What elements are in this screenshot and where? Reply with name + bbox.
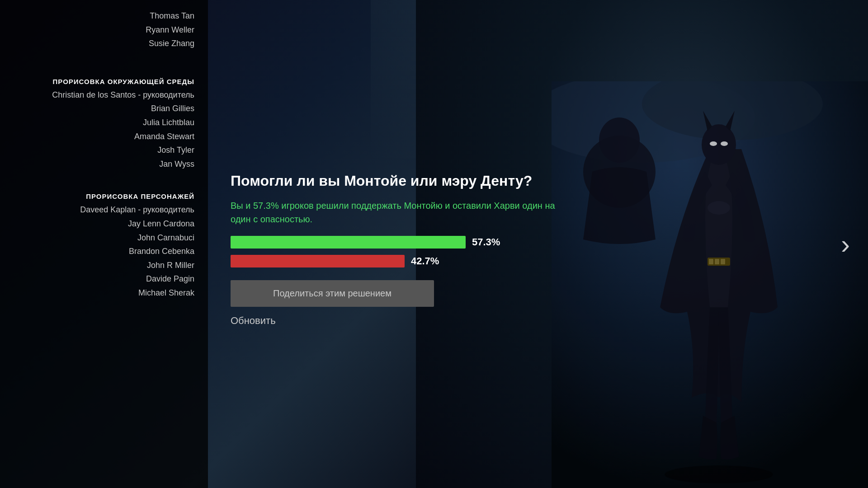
svg-point-5 xyxy=(702,124,736,165)
credits-char-john-m: John R Miller xyxy=(9,258,194,272)
stats-result-text: Вы и 57.3% игроков решили поддержать Мон… xyxy=(231,199,556,226)
credits-panel: Thomas Tan Ryann Weller Susie Zhang ПРОР… xyxy=(0,0,208,488)
svg-point-10 xyxy=(708,201,730,215)
credits-env-brian: Brian Gillies xyxy=(9,102,194,116)
bar-red xyxy=(231,255,405,267)
bar-green xyxy=(231,236,466,249)
credits-char-daveed: Daveed Kaplan - руководитель xyxy=(9,203,194,217)
stats-bars: 57.3% 42.7% xyxy=(231,236,615,267)
credits-name-thomas: Thomas Tan xyxy=(9,9,194,23)
credits-char-michael: Michael Sherak xyxy=(9,286,194,300)
credits-env-christian: Christian de los Santos - руководитель xyxy=(9,88,194,102)
svg-rect-14 xyxy=(721,259,725,264)
credits-env-title: ПРОРИСОВКА ОКРУЖАЮЩЕЙ СРЕДЫ xyxy=(9,78,194,85)
credits-char-title: ПРОРИСОВКА ПЕРСОНАЖЕЙ xyxy=(9,192,194,200)
next-arrow[interactable]: › xyxy=(841,229,850,260)
credits-env-amanda: Amanda Stewart xyxy=(9,130,194,144)
credits-section-environment: ПРОРИСОВКА ОКРУЖАЮЩЕЙ СРЕДЫ Christian de… xyxy=(9,78,194,171)
credits-section-characters: ПРОРИСОВКА ПЕРСОНАЖЕЙ Daveed Kaplan - ру… xyxy=(9,192,194,300)
svg-rect-12 xyxy=(709,259,713,264)
svg-point-4 xyxy=(599,117,640,163)
bar-green-label: 57.3% xyxy=(472,236,500,248)
share-button[interactable]: Поделиться этим решением xyxy=(231,280,434,307)
bar-row-red: 42.7% xyxy=(231,255,615,267)
credits-char-john-c: John Carnabuci xyxy=(9,231,194,245)
svg-point-15 xyxy=(665,465,773,483)
stats-question: Помогли ли вы Монтойе или мэру Денту? xyxy=(231,172,615,191)
credits-env-jan: Jan Wyss xyxy=(9,157,194,171)
svg-point-9 xyxy=(721,141,728,146)
credits-char-brandon: Brandon Cebenka xyxy=(9,244,194,258)
credits-env-julia: Julia Lichtblau xyxy=(9,116,194,130)
bar-red-label: 42.7% xyxy=(411,255,439,267)
credits-env-josh: Josh Tyler xyxy=(9,143,194,157)
credits-char-davide: Davide Pagin xyxy=(9,272,194,286)
bar-row-green: 57.3% xyxy=(231,236,615,249)
update-button[interactable]: Обновить xyxy=(231,313,434,328)
stats-panel: Помогли ли вы Монтойе или мэру Денту? Вы… xyxy=(231,172,615,328)
svg-point-8 xyxy=(710,141,717,146)
svg-rect-13 xyxy=(715,259,719,264)
credits-top-names: Thomas Tan Ryann Weller Susie Zhang xyxy=(9,9,194,51)
credits-name-susie: Susie Zhang xyxy=(9,37,194,51)
credits-char-jay: Jay Lenn Cardona xyxy=(9,217,194,231)
credits-name-ryann: Ryann Weller xyxy=(9,23,194,37)
